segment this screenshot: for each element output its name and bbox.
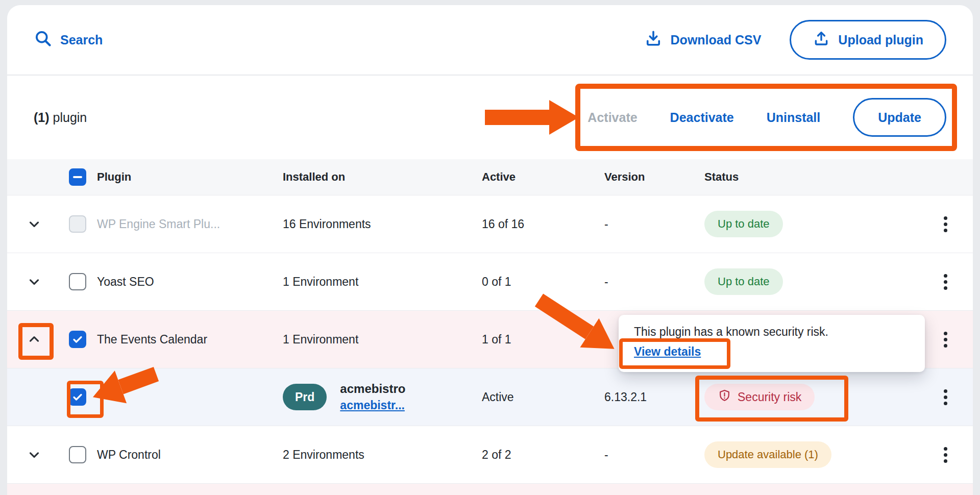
- row-menu-button[interactable]: [933, 439, 958, 471]
- collapse-row-button[interactable]: [23, 328, 45, 351]
- status-badge-security-risk: Security risk: [704, 384, 815, 410]
- download-icon: [644, 29, 663, 51]
- cell-installed-on: 2 Environments: [283, 448, 482, 462]
- row-checkbox[interactable]: [69, 273, 86, 290]
- plugin-name: Yoast SEO: [97, 275, 283, 289]
- environment-cell: Prd acmebistro acmebistr...: [283, 382, 482, 412]
- expand-row-button[interactable]: [23, 213, 45, 235]
- deactivate-button[interactable]: Deactivate: [670, 110, 734, 125]
- plugin-name: WP Engine Smart Plu...: [97, 217, 283, 231]
- cell-active: Active: [482, 390, 604, 404]
- cell-active: 2 of 2: [482, 448, 604, 462]
- security-risk-tooltip: This plugin has a known security risk. V…: [619, 315, 925, 372]
- row-checkbox-disabled: [69, 215, 86, 233]
- chevron-down-icon: [27, 274, 42, 289]
- download-csv-label: Download CSV: [671, 33, 762, 47]
- check-icon: [71, 333, 84, 345]
- check-icon: [71, 391, 84, 403]
- status-badge-up-to-date: Up to date: [704, 268, 783, 295]
- upload-plugin-button[interactable]: Upload plugin: [790, 20, 946, 60]
- site-name: acmebistro: [340, 382, 405, 396]
- select-all-checkbox[interactable]: [69, 168, 86, 186]
- header-version: Version: [604, 170, 704, 184]
- cell-active: 0 of 1: [482, 275, 604, 289]
- row-checkbox-checked[interactable]: [69, 331, 86, 348]
- view-details-link[interactable]: View details: [634, 345, 701, 359]
- selection-count-number: (1): [34, 110, 50, 125]
- download-csv-button[interactable]: Download CSV: [644, 29, 762, 51]
- plugins-panel: Search Download CSV U: [7, 5, 973, 495]
- status-badge-label: Security risk: [738, 390, 801, 404]
- search-label: Search: [60, 33, 103, 47]
- cell-version: -: [604, 448, 704, 462]
- cell-version: -: [604, 217, 704, 231]
- cell-active: 16 of 16: [482, 217, 604, 231]
- upload-icon: [813, 30, 830, 50]
- environment-row: Prd acmebistro acmebistr... Active 6.13.…: [7, 368, 973, 426]
- cell-version: 6.13.2.1: [604, 390, 704, 404]
- header-plugin: Plugin: [97, 170, 283, 184]
- environment-type-badge: Prd: [283, 384, 327, 410]
- chevron-down-icon: [27, 216, 42, 232]
- chevron-down-icon: [27, 447, 42, 462]
- environment-checkbox-checked[interactable]: [69, 388, 86, 406]
- shield-alert-icon: [718, 389, 731, 406]
- row-checkbox[interactable]: [69, 446, 86, 463]
- topbar-right: Download CSV Upload plugin: [644, 20, 946, 60]
- row-menu-button[interactable]: [933, 324, 958, 355]
- plugin-name: WP Crontrol: [97, 448, 283, 462]
- row-menu-button[interactable]: [933, 208, 958, 240]
- upload-plugin-label: Upload plugin: [838, 33, 923, 47]
- row-menu-button[interactable]: [933, 266, 958, 298]
- table-row: WP Crontrol 2 Environments 2 of 2 - Upda…: [7, 426, 973, 483]
- selection-count-label: plugin: [53, 110, 87, 125]
- indeterminate-icon: [73, 176, 82, 178]
- expand-row-button[interactable]: [23, 270, 45, 293]
- status-badge-up-to-date: Up to date: [704, 211, 783, 237]
- activate-button[interactable]: Activate: [587, 110, 637, 125]
- bulk-actions: Activate Deactivate Uninstall Update: [587, 98, 946, 137]
- header-installed-on: Installed on: [283, 170, 482, 184]
- header-checkbox-cell: [61, 168, 97, 186]
- selection-count: (1) plugin: [34, 110, 87, 125]
- search-icon: [34, 29, 52, 51]
- cell-version: -: [604, 275, 704, 289]
- chevron-up-icon: [27, 332, 42, 347]
- update-button[interactable]: Update: [853, 98, 946, 137]
- cell-active: 1 of 1: [482, 333, 604, 346]
- header-active: Active: [482, 170, 604, 184]
- tooltip-message: This plugin has a known security risk.: [634, 325, 910, 339]
- cell-installed-on: 1 Environment: [283, 275, 482, 289]
- expand-row-button[interactable]: [23, 443, 45, 466]
- table-header: Plugin Installed on Active Version Statu…: [7, 159, 973, 195]
- search-button[interactable]: Search: [34, 29, 103, 51]
- plugin-name: The Events Calendar: [97, 333, 283, 346]
- next-row-peek: [7, 483, 973, 495]
- site-link[interactable]: acmebistr...: [340, 399, 405, 412]
- row-menu-button[interactable]: [933, 381, 958, 413]
- cell-installed-on: 16 Environments: [283, 217, 482, 231]
- topbar: Search Download CSV U: [7, 5, 973, 76]
- table-row: Yoast SEO 1 Environment 0 of 1 - Up to d…: [7, 253, 973, 310]
- cell-installed-on: 1 Environment: [283, 333, 482, 346]
- bulk-action-bar: (1) plugin Activate Deactivate Uninstall…: [7, 76, 973, 159]
- uninstall-button[interactable]: Uninstall: [767, 110, 821, 125]
- status-badge-update-available: Update available (1): [704, 441, 831, 468]
- header-status: Status: [704, 170, 931, 184]
- table-row: WP Engine Smart Plu... 16 Environments 1…: [7, 195, 973, 253]
